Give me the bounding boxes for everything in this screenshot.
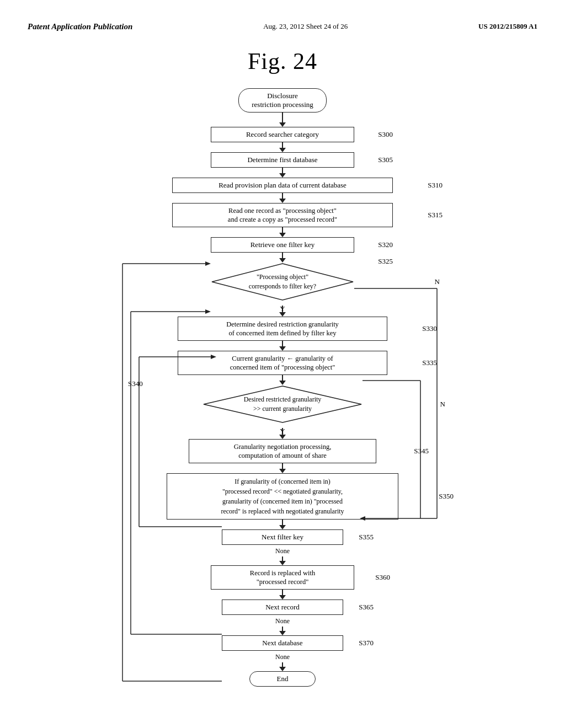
s315-step-label: S315 [428,211,443,220]
s360-box: Record is replaced with "processed recor… [211,565,354,590]
s345-label-text: Granularity negotiation processing, comp… [234,443,332,459]
s310-step-label: S310 [428,181,443,190]
s320-step-label: S320 [378,240,393,249]
s340-diamond-line2: >> current granularity [244,404,322,414]
s320-label-text: Retrieve one filter key [250,240,315,249]
s340-diamond: Desired restricted granularity >> curren… [202,385,363,424]
s320-box: Retrieve one filter key [211,237,354,253]
s345-step-label: S345 [414,447,429,456]
s365-none-label: None [275,617,290,625]
page-header: Patent Application Publication Aug. 23, … [28,22,537,31]
figure-title: Fig. 24 [28,48,537,74]
s305-step-label: S305 [378,156,393,164]
s365-box: Next record [222,599,343,615]
s305-box: Determine first database [211,152,354,168]
header-right: US 2012/215809 A1 [478,22,537,31]
s335-step-label: S335 [422,358,437,367]
s355-box: Next filter key [222,529,343,545]
s340-n-label: N [440,400,445,409]
s350-label-text: If granularity of (concerned item in) "p… [221,478,344,515]
s315-box: Read one record as "processing object" a… [172,203,393,227]
s330-step-label: S330 [422,324,437,333]
s365-label-text: Next record [265,603,300,611]
s370-none-label: None [275,653,290,661]
s310-label-text: Read provision plan data of current data… [218,181,347,189]
s305-label-text: Determine first database [247,156,317,164]
s355-label-text: Next filter key [262,533,303,541]
s310-box: Read provision plan data of current data… [172,178,393,193]
s300-label-text: Record searcher category [246,130,319,138]
s350-box: If granularity of (concerned item in) "p… [167,473,398,520]
s330-label-text: Determine desired restriction granularit… [226,320,339,337]
s370-box: Next database [222,635,343,651]
end-label: End [277,675,289,683]
s355-step-label: S355 [359,533,374,542]
s325-step-label: S325 [378,257,393,266]
s370-label-text: Next database [262,639,302,647]
s360-label-text: Record is replaced with "processed recor… [250,569,315,586]
s325-y-label: Y [280,304,285,313]
header-center: Aug. 23, 2012 Sheet 24 of 26 [263,22,348,31]
s340-step-label: S340 [128,379,143,388]
s325-n-label: N [435,277,440,286]
s340-diamond-line1: Desired restricted granularity [244,395,322,404]
s355-none-label: None [275,547,290,555]
end-node: End [249,671,316,687]
start-node: Disclosure restriction processing [238,88,327,113]
s345-box: Granularity negotiation processing, comp… [189,439,376,463]
s330-box: Determine desired restriction granularit… [178,317,387,341]
header-left: Patent Application Publication [28,22,132,31]
s370-step-label: S370 [359,639,374,647]
s365-step-label: S365 [359,603,374,612]
s335-label-text: Current granularity ← granularity of con… [230,355,335,371]
s340-y-label: Y [280,427,285,436]
s325-diamond-line1: "Processing object" [249,272,316,282]
s325-diamond: "Processing object" corresponds to filte… [211,263,354,301]
s350-step-label: S350 [439,492,454,501]
s360-step-label: S360 [375,573,390,582]
start-label: Disclosure restriction processing [252,92,313,109]
s300-step-label: S300 [378,130,393,139]
s300-box: Record searcher category [211,127,354,142]
s315-label-text: Read one record as "processing object" a… [228,207,337,223]
flowchart-diagram: Disclosure restriction processing Record… [28,88,537,687]
s335-box: Current granularity ← granularity of con… [178,351,387,375]
s325-diamond-line2: corresponds to filter key? [249,282,316,291]
